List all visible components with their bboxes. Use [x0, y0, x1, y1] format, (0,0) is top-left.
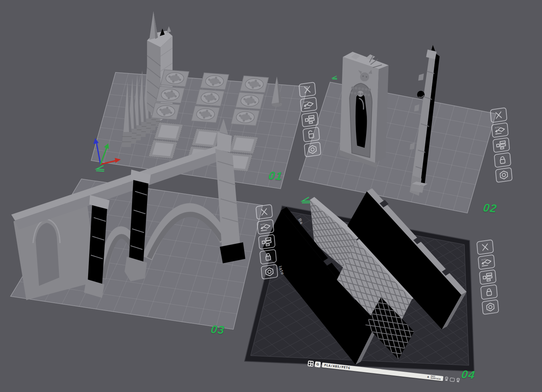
plate-origin-arrow-1: [95, 165, 104, 173]
svg-text:AUTO: AUTO: [495, 126, 500, 129]
auto-orient-plate-icon[interactable]: AUTO: [491, 122, 509, 138]
arrange-plate-icon[interactable]: [492, 137, 510, 153]
lock-plate-icon[interactable]: [302, 127, 320, 143]
arrange-plate-icon[interactable]: [258, 234, 276, 250]
plate-number-label: 02: [482, 201, 498, 215]
plate-number-label: 01: [268, 169, 284, 183]
svg-text:AUTO: AUTO: [260, 223, 266, 226]
plate-shape-icon: [450, 377, 455, 382]
plate-origin-arrow-2: [332, 76, 338, 80]
plate-number-label: 04: [461, 368, 476, 381]
qr-code-icon: [308, 360, 314, 366]
warning-triangle-icon: ▲: [426, 375, 430, 378]
svg-text:AUTO: AUTO: [481, 258, 486, 261]
plate-number-label: 03: [210, 323, 226, 336]
auto-orient-plate-icon[interactable]: AUTO: [477, 254, 495, 270]
slicer-3d-viewport[interactable]: Ba late G PLA/ABS/PETG ▲ HOT SURFACE: [0, 0, 542, 392]
hot-surface-warning: ▲ HOT SURFACE: [426, 375, 441, 380]
delete-plate-icon[interactable]: [476, 239, 494, 255]
arrange-plate-icon[interactable]: [479, 269, 497, 285]
auto-orient-plate-icon[interactable]: AUTO: [300, 97, 317, 113]
build-plate-2[interactable]: [299, 82, 496, 213]
auto-orient-plate-icon[interactable]: AUTO: [257, 219, 274, 235]
lock-plate-icon[interactable]: [259, 249, 277, 265]
svg-text:AUTO: AUTO: [303, 101, 309, 104]
material-compatibility-label: PLA/ABS/PETG: [324, 363, 350, 369]
plate-feature-icons: [444, 377, 460, 383]
plate-settings-icon[interactable]: [495, 167, 513, 183]
filament-spool-icon-2: [456, 378, 460, 383]
lock-plate-icon[interactable]: [480, 284, 498, 300]
delete-plate-icon[interactable]: [490, 107, 507, 123]
model-statue-relief-slab[interactable]: [339, 52, 389, 168]
arrange-plate-icon[interactable]: [301, 112, 319, 128]
plate-settings-icon[interactable]: [261, 264, 278, 279]
build-plates-scene: [0, 0, 542, 392]
plate-origin-arrow-4: [301, 197, 310, 205]
delete-plate-icon[interactable]: [255, 204, 273, 220]
delete-plate-icon[interactable]: [299, 82, 316, 98]
model-rosette-tile-strips[interactable]: [152, 70, 269, 126]
filament-spool-icon: [444, 377, 449, 381]
plate-settings-icon[interactable]: [482, 299, 499, 315]
brand-mark-icon: G: [315, 361, 321, 368]
plate-settings-icon[interactable]: [304, 141, 321, 157]
lock-plate-icon[interactable]: [494, 152, 511, 168]
